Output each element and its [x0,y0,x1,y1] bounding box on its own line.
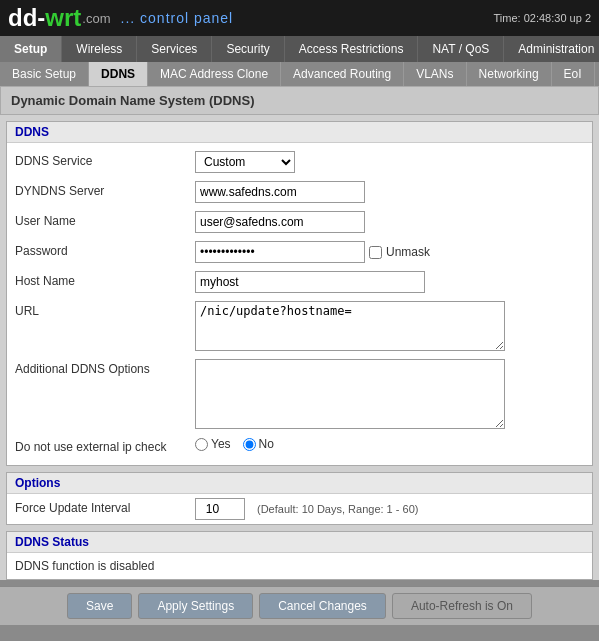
password-label: Password [15,241,195,258]
status-body: DDNS function is disabled [7,553,592,579]
main-tab-administration[interactable]: Administration [504,36,599,62]
main-tab-services[interactable]: Services [137,36,212,62]
page-title: Dynamic Domain Name System (DDNS) [0,86,599,115]
ddns-section: DDNS DDNS Service CustomDynDNSNo-IPFreeD… [6,121,593,466]
sub-tab-mac-address-clone[interactable]: MAC Address Clone [148,62,281,86]
unmask-label: Unmask [369,245,430,259]
main-tab-setup[interactable]: Setup [0,36,62,62]
no-external-ip-radio-group: Yes No [195,437,274,451]
ddns-service-label: DDNS Service [15,151,195,168]
content: Dynamic Domain Name System (DDNS) DDNS D… [0,86,599,580]
dyndns-server-control [195,181,584,203]
dyndns-server-input[interactable] [195,181,365,203]
no-external-ip-row: Do not use external ip check Yes No [7,433,592,461]
logo-dd: dd [8,4,37,32]
dyndns-server-row: DYNDNS Server [7,177,592,207]
sub-tab-networking[interactable]: Networking [467,62,552,86]
url-textarea[interactable] [195,301,505,351]
status-section: DDNS Status DDNS function is disabled [6,531,593,580]
sub-tab-eoi[interactable]: EoI [552,62,595,86]
main-tab-access-restrictions[interactable]: Access Restrictions [285,36,419,62]
username-row: User Name [7,207,592,237]
hostname-label: Host Name [15,271,195,288]
hostname-row: Host Name [7,267,592,297]
password-row: Password Unmask [7,237,592,267]
password-input[interactable] [195,241,365,263]
username-input[interactable] [195,211,365,233]
radio-no[interactable] [243,438,256,451]
sub-tab-advanced-routing[interactable]: Advanced Routing [281,62,404,86]
radio-yes-label: Yes [195,437,231,451]
force-update-label: Force Update Interval [15,498,195,515]
unmask-checkbox[interactable] [369,246,382,259]
sub-tab-vlans[interactable]: VLANs [404,62,466,86]
ddns-section-header: DDNS [7,122,592,143]
options-section-header: Options [7,473,592,494]
save-button[interactable]: Save [67,593,132,619]
status-header: DDNS Status [7,532,592,553]
hostname-input[interactable] [195,271,425,293]
dyndns-server-label: DYNDNS Server [15,181,195,198]
hostname-control [195,271,584,293]
force-update-hint: (Default: 10 Days, Range: 1 - 60) [257,503,418,515]
password-control: Unmask [195,241,584,263]
username-control [195,211,584,233]
apply-settings-button[interactable]: Apply Settings [138,593,253,619]
cancel-changes-button[interactable]: Cancel Changes [259,593,386,619]
url-label: URL [15,301,195,318]
logo-com: .com [82,11,110,26]
footer: Save Apply Settings Cancel Changes Auto-… [0,586,599,625]
no-external-ip-label: Do not use external ip check [15,437,195,454]
main-tab-security[interactable]: Security [212,36,284,62]
no-external-ip-control: Yes No [195,437,584,451]
logo: dd-wrt.com ... control panel [8,4,233,32]
ddns-service-control: CustomDynDNSNo-IPFreeDNS [195,151,584,173]
ddns-form: DDNS Service CustomDynDNSNo-IPFreeDNS DY… [7,143,592,465]
additional-ddns-label: Additional DDNS Options [15,359,195,376]
radio-no-text: No [259,437,274,451]
ddns-service-select[interactable]: CustomDynDNSNo-IPFreeDNS [195,151,295,173]
sub-tab-basic-setup[interactable]: Basic Setup [0,62,89,86]
radio-no-label: No [243,437,274,451]
auto-refresh-button[interactable]: Auto-Refresh is On [392,593,532,619]
header: dd-wrt.com ... control panel Time: 02:48… [0,0,599,36]
force-update-control: (Default: 10 Days, Range: 1 - 60) [195,498,584,520]
additional-ddns-control [195,359,584,429]
radio-yes[interactable] [195,438,208,451]
main-nav: SetupWirelessServicesSecurityAccess Rest… [0,36,599,62]
unmask-text: Unmask [386,245,430,259]
sub-tab-ddns[interactable]: DDNS [89,62,148,86]
additional-ddns-textarea[interactable] [195,359,505,429]
main-tab-wireless[interactable]: Wireless [62,36,137,62]
url-control [195,301,584,351]
logo-wrt: wrt [45,4,81,32]
radio-yes-text: Yes [211,437,231,451]
url-row: URL [7,297,592,355]
time-display: Time: 02:48:30 up 2 [494,12,591,24]
options-section: Options Force Update Interval (Default: … [6,472,593,525]
main-tab-nat-qos[interactable]: NAT / QoS [418,36,504,62]
sub-nav: Basic SetupDDNSMAC Address CloneAdvanced… [0,62,599,86]
ddns-service-row: DDNS Service CustomDynDNSNo-IPFreeDNS [7,147,592,177]
force-update-row: Force Update Interval (Default: 10 Days,… [7,494,592,524]
username-label: User Name [15,211,195,228]
force-update-input[interactable] [195,498,245,520]
additional-ddns-row: Additional DDNS Options [7,355,592,433]
logo-control: ... control panel [121,10,234,26]
